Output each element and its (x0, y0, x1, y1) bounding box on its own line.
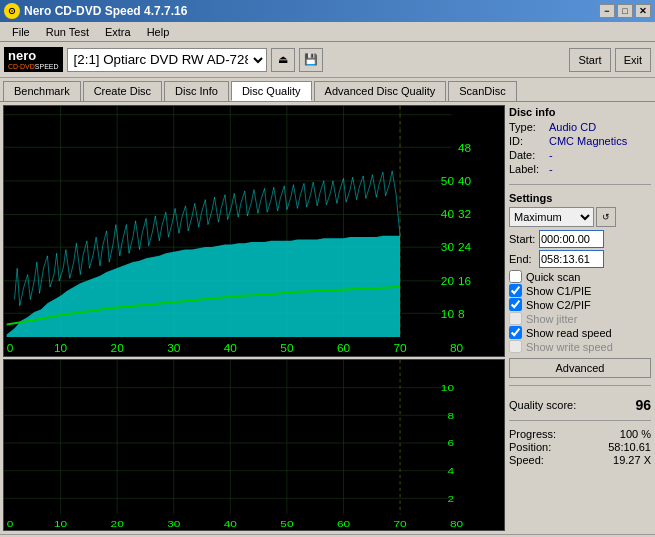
svg-text:40: 40 (441, 209, 454, 221)
close-button[interactable]: ✕ (635, 4, 651, 18)
svg-text:16: 16 (458, 275, 471, 287)
show-c1-label: Show C1/PIE (526, 285, 591, 297)
disc-id-row: ID: CMC Magnetics (509, 135, 651, 147)
show-c2-label: Show C2/PIF (526, 299, 591, 311)
type-value: Audio CD (549, 121, 596, 133)
save-icon[interactable]: 💾 (299, 48, 323, 72)
menu-extra[interactable]: Extra (97, 24, 139, 40)
speed-label: Speed: (509, 454, 544, 466)
show-read-speed-row: Show read speed (509, 326, 651, 339)
position-label: Position: (509, 441, 551, 453)
tab-create-disc[interactable]: Create Disc (83, 81, 162, 101)
tab-bar: Benchmark Create Disc Disc Info Disc Qua… (0, 78, 655, 101)
start-time-input[interactable] (539, 230, 604, 248)
svg-text:30: 30 (441, 241, 454, 253)
tab-benchmark[interactable]: Benchmark (3, 81, 81, 101)
start-button[interactable]: Start (569, 48, 610, 72)
menu-file[interactable]: File (4, 24, 38, 40)
drive-select[interactable]: [2:1] Optiarc DVD RW AD-7280S 1.01 (67, 48, 267, 72)
svg-text:60: 60 (337, 342, 350, 354)
bottom-chart: 2 4 6 8 10 0 10 20 30 40 50 60 70 80 (3, 359, 505, 531)
svg-text:0: 0 (7, 518, 14, 529)
show-c2-checkbox[interactable] (509, 298, 522, 311)
id-label: ID: (509, 135, 549, 147)
right-panel: Disc info Type: Audio CD ID: CMC Magneti… (505, 102, 655, 534)
tab-scandisc[interactable]: ScanDisc (448, 81, 516, 101)
svg-text:24: 24 (458, 241, 472, 253)
eject-icon[interactable]: ⏏ (271, 48, 295, 72)
end-time-row: End: (509, 250, 651, 268)
show-write-speed-checkbox[interactable] (509, 340, 522, 353)
svg-text:50: 50 (441, 175, 454, 187)
disc-type-row: Type: Audio CD (509, 121, 651, 133)
svg-text:50: 50 (280, 342, 293, 354)
svg-text:80: 80 (450, 518, 463, 529)
menu-bar: File Run Test Extra Help (0, 22, 655, 42)
id-value: CMC Magnetics (549, 135, 627, 147)
svg-text:70: 70 (393, 518, 406, 529)
label-label: Label: (509, 163, 549, 175)
start-time-row: Start: (509, 230, 651, 248)
progress-section: Progress: 100 % Position: 58:10.61 Speed… (509, 428, 651, 467)
show-jitter-row: Show jitter (509, 312, 651, 325)
toolbar: nero CD·DVDSPEED [2:1] Optiarc DVD RW AD… (0, 42, 655, 78)
show-c2-row: Show C2/PIF (509, 298, 651, 311)
charts-container: 8 16 24 32 40 48 10 20 30 40 50 0 10 20 … (3, 105, 505, 531)
svg-text:60: 60 (337, 518, 350, 529)
quick-scan-label: Quick scan (526, 271, 580, 283)
date-label: Date: (509, 149, 549, 161)
progress-row: Progress: 100 % (509, 428, 651, 440)
position-value: 58:10.61 (608, 441, 651, 453)
minimize-button[interactable]: − (599, 4, 615, 18)
type-label: Type: (509, 121, 549, 133)
start-label: Start: (509, 233, 539, 245)
date-value: - (549, 149, 553, 161)
speed-select[interactable]: Maximum (509, 207, 594, 227)
svg-text:32: 32 (458, 209, 471, 221)
show-read-speed-checkbox[interactable] (509, 326, 522, 339)
show-write-speed-row: Show write speed (509, 340, 651, 353)
divider-2 (509, 385, 651, 386)
svg-text:0: 0 (7, 342, 14, 354)
title-bar-left: ⊙ Nero CD-DVD Speed 4.7.7.16 (4, 3, 187, 19)
divider-1 (509, 184, 651, 185)
bottom-chart-svg: 2 4 6 8 10 0 10 20 30 40 50 60 70 80 (4, 360, 504, 530)
svg-text:20: 20 (111, 342, 124, 354)
exit-button[interactable]: Exit (615, 48, 651, 72)
end-label: End: (509, 253, 539, 265)
progress-label: Progress: (509, 428, 556, 440)
title-bar-buttons: − □ ✕ (599, 4, 651, 18)
advanced-button[interactable]: Advanced (509, 358, 651, 378)
menu-run-test[interactable]: Run Test (38, 24, 97, 40)
disc-disc-label-row: Label: - (509, 163, 651, 175)
tab-advanced-disc-quality[interactable]: Advanced Disc Quality (314, 81, 447, 101)
svg-text:10: 10 (441, 309, 454, 321)
tab-disc-quality[interactable]: Disc Quality (231, 81, 312, 101)
maximize-button[interactable]: □ (617, 4, 633, 18)
quick-scan-checkbox[interactable] (509, 270, 522, 283)
window-title: Nero CD-DVD Speed 4.7.7.16 (24, 4, 187, 18)
refresh-icon[interactable]: ↺ (596, 207, 616, 227)
position-row: Position: 58:10.61 (509, 441, 651, 453)
svg-text:40: 40 (458, 175, 471, 187)
show-c1-checkbox[interactable] (509, 284, 522, 297)
svg-text:20: 20 (111, 518, 124, 529)
quick-scan-row: Quick scan (509, 270, 651, 283)
svg-text:50: 50 (280, 518, 293, 529)
main-content: 8 16 24 32 40 48 10 20 30 40 50 0 10 20 … (0, 101, 655, 534)
svg-text:10: 10 (54, 342, 67, 354)
disc-date-row: Date: - (509, 149, 651, 161)
tab-disc-info[interactable]: Disc Info (164, 81, 229, 101)
quality-score-row: Quality score: 96 (509, 397, 651, 413)
nero-logo: nero CD·DVDSPEED (4, 47, 63, 73)
svg-text:8: 8 (447, 409, 454, 420)
show-read-speed-label: Show read speed (526, 327, 612, 339)
top-chart-svg: 8 16 24 32 40 48 10 20 30 40 50 0 10 20 … (4, 106, 504, 356)
svg-text:8: 8 (458, 309, 465, 321)
svg-text:4: 4 (447, 465, 454, 476)
speed-row-2: Speed: 19.27 X (509, 454, 651, 466)
show-jitter-checkbox[interactable] (509, 312, 522, 325)
end-time-input[interactable] (539, 250, 604, 268)
svg-text:40: 40 (224, 342, 237, 354)
menu-help[interactable]: Help (139, 24, 178, 40)
